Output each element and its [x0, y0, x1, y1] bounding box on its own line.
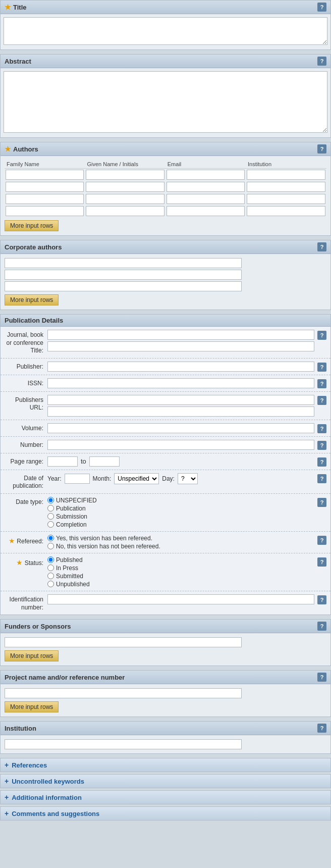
- status-published-radio[interactable]: [47, 556, 54, 563]
- date-type-submission-radio[interactable]: [47, 513, 54, 520]
- institution-input[interactable]: [5, 739, 242, 749]
- year-input[interactable]: [65, 474, 90, 484]
- number-input[interactable]: [47, 440, 314, 450]
- status-submitted-label: Submitted: [56, 573, 83, 580]
- title-help-button[interactable]: ?: [317, 3, 326, 12]
- date-pub-row: Year: Month: Unspecified January Februar…: [47, 473, 198, 484]
- page-range-from-input[interactable]: [47, 456, 78, 467]
- publishers-url-input-1[interactable]: [47, 395, 314, 405]
- date-type-help-button[interactable]: ?: [317, 498, 326, 507]
- date-type-completion-radio[interactable]: [47, 521, 54, 528]
- identification-number-input[interactable]: [47, 594, 314, 604]
- authors-help-button[interactable]: ?: [317, 144, 326, 154]
- refereed-yes-label: Yes, this version has been refereed.: [56, 535, 152, 542]
- author-given-name-1[interactable]: [86, 170, 164, 180]
- volume-input[interactable]: [47, 423, 314, 433]
- author-email-2[interactable]: [167, 182, 245, 192]
- status-submitted-radio[interactable]: [47, 573, 54, 579]
- author-email-3[interactable]: [167, 194, 245, 204]
- date-type-label: Date type:: [5, 497, 47, 506]
- references-collapsible-header[interactable]: + References: [1, 758, 330, 772]
- author-given-name-2[interactable]: [86, 182, 164, 192]
- author-email-4[interactable]: [167, 206, 245, 216]
- authors-label: Authors: [13, 145, 38, 153]
- corporate-authors-inputs: [5, 258, 326, 291]
- refereed-help-button[interactable]: ?: [317, 536, 326, 545]
- issn-help-button[interactable]: ?: [317, 379, 326, 388]
- uncontrolled-keywords-plus-icon: +: [5, 777, 9, 785]
- author-institution-3[interactable]: [247, 194, 325, 204]
- corporate-authors-help-button[interactable]: ?: [317, 242, 326, 251]
- volume-help-button[interactable]: ?: [317, 424, 326, 433]
- publishers-url-input-2[interactable]: [47, 406, 314, 417]
- project-help-button[interactable]: ?: [317, 673, 326, 682]
- publisher-help-button[interactable]: ?: [317, 363, 326, 372]
- project-input-1[interactable]: [5, 688, 242, 698]
- date-type-publication-radio[interactable]: [47, 505, 54, 512]
- uncontrolled-keywords-collapsible-header[interactable]: + Uncontrolled keywords: [1, 775, 330, 788]
- abstract-section-title: Abstract: [5, 58, 31, 65]
- author-email-1[interactable]: [167, 170, 245, 180]
- page-range-to-input[interactable]: [89, 456, 120, 467]
- page-range-help-button[interactable]: ?: [317, 457, 326, 467]
- funders-help-button[interactable]: ?: [317, 622, 326, 631]
- corporate-authors-more-rows-button[interactable]: More input rows: [5, 294, 59, 305]
- corporate-authors-section-header: Corporate authors ?: [1, 240, 330, 254]
- date-of-publication-help-button[interactable]: ?: [317, 474, 326, 483]
- author-institution-1[interactable]: [247, 170, 325, 180]
- abstract-help-button[interactable]: ?: [317, 57, 326, 66]
- refereed-yes-radio[interactable]: [47, 535, 54, 541]
- comments-suggestions-collapsible-header[interactable]: + Comments and suggestions: [1, 807, 330, 820]
- authors-more-rows-button[interactable]: More input rows: [5, 220, 59, 231]
- day-select[interactable]: ? 12345 678910 1112131415 1617181920 212…: [178, 473, 198, 484]
- project-section-title: Project name and/or reference number: [5, 674, 125, 681]
- journal-title-input-2[interactable]: [47, 341, 314, 351]
- month-select[interactable]: Unspecified January February March April…: [114, 473, 159, 484]
- additional-information-collapsible-header[interactable]: + Additional information: [1, 791, 330, 804]
- date-of-publication-help: ?: [314, 473, 326, 483]
- abstract-label: Abstract: [5, 58, 31, 65]
- author-given-name-3[interactable]: [86, 194, 164, 204]
- corporate-author-input-3[interactable]: [5, 281, 242, 291]
- journal-help-button[interactable]: ?: [317, 331, 326, 340]
- author-family-name-2[interactable]: [6, 182, 84, 192]
- status-inpress-radio[interactable]: [47, 565, 54, 571]
- author-family-name-3[interactable]: [6, 194, 84, 204]
- institution-section: Institution ?: [0, 721, 331, 754]
- author-family-name-4[interactable]: [6, 206, 84, 216]
- status-help-button[interactable]: ?: [317, 557, 326, 567]
- author-family-name-1[interactable]: [6, 170, 84, 180]
- journal-title-input-1[interactable]: [47, 330, 314, 340]
- corporate-author-input-2[interactable]: [5, 270, 242, 280]
- title-section-title: ★ Title: [5, 3, 27, 11]
- title-textarea[interactable]: [4, 17, 327, 45]
- author-given-name-4[interactable]: [86, 206, 164, 216]
- funder-input-1[interactable]: [5, 637, 242, 647]
- identification-number-help-button[interactable]: ?: [317, 595, 326, 604]
- status-required-star: ★: [16, 558, 23, 567]
- email-header: Email: [165, 160, 246, 169]
- abstract-textarea[interactable]: [4, 71, 327, 133]
- author-institution-2[interactable]: [247, 182, 325, 192]
- issn-label: ISSN:: [5, 378, 47, 388]
- publishers-url-help: ?: [314, 395, 326, 405]
- corporate-author-input-1[interactable]: [5, 258, 242, 268]
- date-type-completion-label: Completion: [56, 521, 87, 528]
- publishers-url-help-button[interactable]: ?: [317, 396, 326, 405]
- additional-information-plus-icon: +: [5, 793, 9, 801]
- institution-help-button[interactable]: ?: [317, 724, 326, 733]
- issn-input[interactable]: [47, 378, 314, 388]
- publisher-input[interactable]: [47, 362, 314, 372]
- project-more-rows-button[interactable]: More input rows: [5, 701, 59, 712]
- date-type-row: Date type: UNSPECIFIED Publication Submi…: [1, 494, 330, 532]
- funders-more-rows-button[interactable]: More input rows: [5, 650, 59, 661]
- year-label: Year:: [47, 475, 62, 482]
- publishers-url-field: [47, 395, 314, 417]
- author-institution-4[interactable]: [247, 206, 325, 216]
- status-label: ★ Status:: [5, 556, 47, 568]
- number-help-button[interactable]: ?: [317, 441, 326, 450]
- date-type-unspecified-radio[interactable]: [47, 497, 54, 503]
- status-unpublished-radio[interactable]: [47, 581, 54, 587]
- project-section-body: More input rows: [1, 684, 330, 717]
- refereed-no-radio[interactable]: [47, 543, 54, 549]
